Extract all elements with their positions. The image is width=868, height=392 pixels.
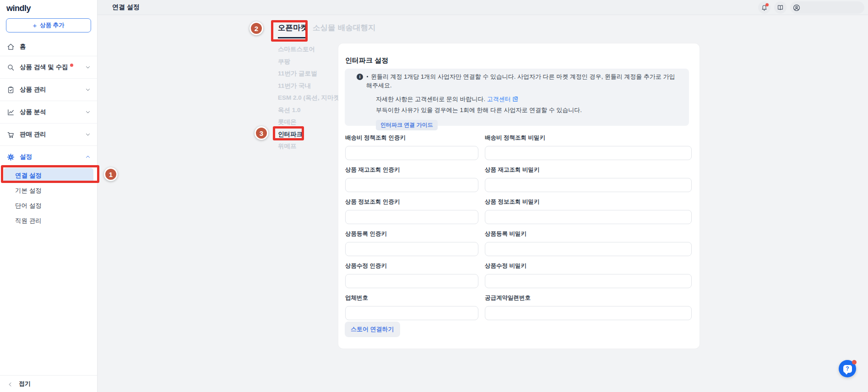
market-label: 인터파크 bbox=[278, 130, 303, 139]
stock-query-secret-key-input[interactable] bbox=[485, 178, 692, 192]
connect-store-button[interactable]: 스토어 연결하기 bbox=[345, 322, 400, 337]
sidebar-item-settings[interactable]: 설정 bbox=[0, 145, 97, 168]
guide-book-button[interactable] bbox=[774, 1, 787, 14]
sidebar-subitem-word-settings[interactable]: 단어 설정 bbox=[0, 198, 97, 213]
help-chat-button[interactable]: ? bbox=[839, 360, 856, 377]
tab-forwarding-address[interactable]: 배송대행지 bbox=[338, 23, 376, 33]
market-label: 위메프 bbox=[278, 142, 297, 150]
sidebar-item-label: 홈 bbox=[20, 43, 26, 51]
market-item-interpark[interactable]: 인터파크 bbox=[278, 129, 342, 141]
supply-contract-serial-input[interactable] bbox=[485, 306, 692, 320]
delivery-policy-auth-key-input[interactable] bbox=[345, 146, 478, 160]
gear-icon bbox=[7, 153, 15, 161]
sidebar-subitem-basic-settings[interactable]: 기본 설정 bbox=[0, 183, 97, 198]
sidebar-item-product-manage[interactable]: 상품 관리 bbox=[0, 78, 97, 101]
market-item-wemakeprice[interactable]: 위메프 bbox=[278, 140, 342, 153]
market-item-coupang[interactable]: 쿠팡 bbox=[278, 56, 342, 68]
sidebar-item-product-analysis[interactable]: 상품 분석 bbox=[0, 101, 97, 123]
field-label: 상품 정보조회 인증키 bbox=[345, 198, 478, 206]
topbar-actions bbox=[758, 1, 864, 14]
cart-icon bbox=[7, 131, 15, 139]
chevron-down-icon bbox=[85, 132, 91, 137]
customer-center-link[interactable]: 고객센터 bbox=[487, 96, 511, 102]
delivery-policy-secret-key-input[interactable] bbox=[485, 146, 692, 160]
product-register-auth-key-input[interactable] bbox=[345, 242, 478, 256]
market-label: 11번가 국내 bbox=[278, 82, 311, 90]
field-label: 배송비 정책조회 비밀키 bbox=[485, 134, 692, 142]
sidebar-subitem-connection-settings[interactable]: 연결 설정 bbox=[4, 168, 93, 183]
chevron-down-icon bbox=[85, 109, 91, 115]
sidebar-collapse-button[interactable]: 접기 bbox=[0, 375, 97, 392]
tab-label: 배송대행지 bbox=[338, 23, 376, 32]
product-info-secret-key-input[interactable] bbox=[485, 210, 692, 224]
form-field: 상품 재고조회 비밀키 bbox=[485, 166, 692, 192]
sidebar-item-product-search[interactable]: 상품 검색 및 수집 bbox=[0, 56, 97, 78]
product-register-secret-key-input[interactable] bbox=[485, 242, 692, 256]
tab-label: 오픈마켓 bbox=[278, 23, 308, 32]
stock-query-auth-key-input[interactable] bbox=[345, 178, 478, 192]
form-field: 상품수정 비밀키 bbox=[485, 262, 692, 288]
form-field: 상품 재고조회 인증키 bbox=[345, 166, 478, 192]
market-item-11st-domestic[interactable]: 11번가 국내 bbox=[278, 80, 342, 92]
add-product-button[interactable]: + 상품 추가 bbox=[6, 18, 91, 32]
main-content: 오픈마켓 소싱몰 배송대행지 스마트스토어 쿠팡 11번가 글로벌 11번가 국… bbox=[98, 15, 868, 392]
form-field: 배송비 정책조회 비밀키 bbox=[485, 134, 692, 160]
market-label: 롯데온 bbox=[278, 118, 297, 126]
help-notification-dot bbox=[852, 360, 857, 365]
notice-box: i 윈들리 계정 1개당 1개의 사업자만 연결할 수 있습니다. 사업자가 다… bbox=[345, 69, 689, 126]
notification-button[interactable] bbox=[758, 1, 770, 14]
tab-sourcing-mall[interactable]: 소싱몰 bbox=[313, 23, 336, 33]
market-list: 스마트스토어 쿠팡 11번가 글로벌 11번가 국내 ESM 2.0 (옥션, … bbox=[278, 43, 342, 153]
sidebar-item-label: 상품 검색 및 수집 bbox=[20, 63, 68, 71]
sidebar: windly + 상품 추가 홈 상품 검색 및 수집 bbox=[0, 0, 98, 392]
tab-openmarket[interactable]: 오픈마켓 bbox=[278, 23, 308, 33]
notification-dot bbox=[765, 3, 769, 6]
form-field: 상품등록 인증키 bbox=[345, 230, 478, 256]
market-label: 스마트스토어 bbox=[278, 45, 315, 54]
market-label: 11번가 글로벌 bbox=[278, 70, 317, 78]
chevron-left-icon bbox=[8, 381, 13, 387]
sidebar-item-label: 판매 관리 bbox=[20, 130, 46, 139]
field-label: 배송비 정책조회 인증키 bbox=[345, 134, 478, 142]
external-link-icon bbox=[512, 96, 518, 102]
tab-label: 소싱몰 bbox=[313, 23, 336, 32]
interpark-key-form: 배송비 정책조회 인증키 배송비 정책조회 비밀키 상품 재고조회 인증키 상품… bbox=[345, 134, 692, 326]
product-info-auth-key-input[interactable] bbox=[345, 210, 478, 224]
market-item-smartstore[interactable]: 스마트스토어 bbox=[278, 43, 342, 56]
home-icon bbox=[7, 43, 15, 51]
field-label: 공급계약일련번호 bbox=[485, 294, 692, 302]
market-item-auction1[interactable]: 옥션 1.0 bbox=[278, 104, 342, 117]
market-item-11st-global[interactable]: 11번가 글로벌 bbox=[278, 68, 342, 80]
info-icon: i bbox=[357, 74, 363, 80]
notice-line-2: 자세한 사항은 고객센터로 문의 바랍니다. 고객센터 bbox=[376, 95, 681, 103]
market-item-esm2[interactable]: ESM 2.0 (옥션, 지마켓) bbox=[278, 92, 342, 104]
sidebar-item-home[interactable]: 홈 bbox=[0, 38, 97, 56]
product-update-secret-key-input[interactable] bbox=[485, 274, 692, 288]
field-label: 상품 재고조회 인증키 bbox=[345, 166, 478, 174]
question-bubble-icon: ? bbox=[843, 365, 852, 373]
form-field: 상품수정 인증키 bbox=[345, 262, 478, 288]
field-label: 상품 재고조회 비밀키 bbox=[485, 166, 692, 174]
bullet-dot bbox=[367, 76, 368, 77]
form-field: 상품등록 비밀키 bbox=[485, 230, 692, 256]
sidebar-subitem-staff-manage[interactable]: 직원 관리 bbox=[0, 213, 97, 228]
subitem-label: 기본 설정 bbox=[15, 187, 42, 195]
form-field: 상품 정보조회 비밀키 bbox=[485, 198, 692, 224]
vendor-number-input[interactable] bbox=[345, 306, 478, 320]
product-update-auth-key-input[interactable] bbox=[345, 274, 478, 288]
new-badge-dot bbox=[70, 64, 73, 67]
field-label: 상품등록 비밀키 bbox=[485, 230, 692, 238]
interpark-guide-button[interactable]: 인터파크 연결 가이드 bbox=[376, 120, 438, 130]
account-menu[interactable] bbox=[790, 1, 864, 14]
sidebar-nav: 홈 상품 검색 및 수집 상품 관리 bbox=[0, 38, 97, 228]
market-item-lotteon[interactable]: 롯데온 bbox=[278, 116, 342, 129]
active-tab-underline bbox=[278, 37, 307, 38]
sidebar-item-sales-manage[interactable]: 판매 관리 bbox=[0, 123, 97, 145]
market-label: 쿠팡 bbox=[278, 58, 290, 66]
subitem-label: 직원 관리 bbox=[15, 217, 42, 225]
market-label: 옥션 1.0 bbox=[278, 106, 301, 114]
panel-title: 인터파크 설정 bbox=[345, 56, 388, 65]
field-label: 상품수정 인증키 bbox=[345, 262, 478, 270]
sidebar-item-label: 설정 bbox=[20, 153, 32, 161]
windly-logo: windly bbox=[0, 0, 97, 13]
